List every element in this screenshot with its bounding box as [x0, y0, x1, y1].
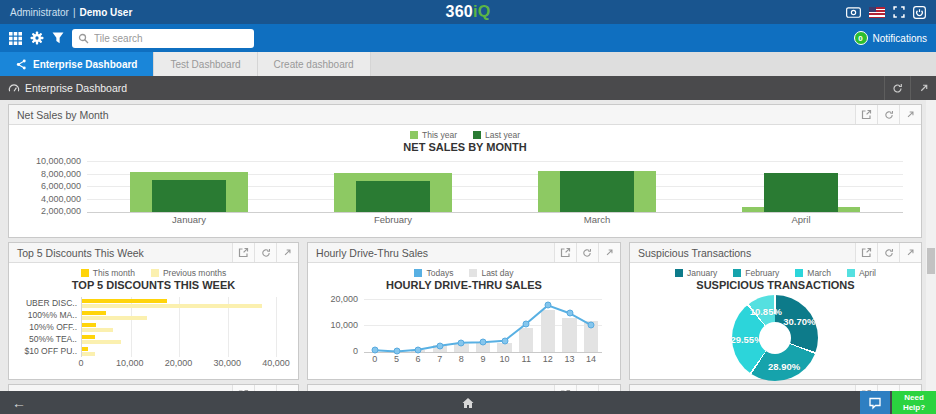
- us-flag-icon[interactable]: [869, 7, 885, 18]
- home-icon[interactable]: [462, 397, 475, 409]
- x-tick-label: January: [87, 214, 291, 227]
- fullscreen-icon[interactable]: [893, 6, 905, 18]
- x-tick-label: 13: [559, 354, 581, 366]
- filter-icon[interactable]: [52, 32, 64, 44]
- expand-icon[interactable]: [910, 76, 936, 100]
- page-title: Enterprise Dashboard: [25, 82, 127, 94]
- x-tick-label: 10,000: [116, 358, 144, 368]
- tab-create-dashboard[interactable]: Create dashboard: [258, 52, 371, 76]
- tab-enterprise-dashboard[interactable]: Enterprise Dashboard: [0, 52, 154, 76]
- back-arrow-icon[interactable]: ←: [12, 396, 26, 410]
- open-in-new-icon[interactable]: [554, 243, 576, 262]
- expand-icon[interactable]: [899, 243, 921, 262]
- legend-swatch: [469, 269, 477, 277]
- legend-swatch: [733, 269, 741, 277]
- expand-icon[interactable]: [899, 105, 921, 124]
- donut-hole: [759, 322, 791, 354]
- refresh-icon[interactable]: [877, 243, 899, 262]
- notifications-label: Notifications: [873, 33, 927, 44]
- expand-icon[interactable]: [276, 243, 298, 262]
- open-in-new-icon[interactable]: [855, 105, 877, 124]
- legend-swatch: [414, 269, 422, 277]
- bar-group-march: [495, 159, 699, 212]
- y-tick-label: 10,000: [320, 320, 358, 330]
- panel-actions: [855, 243, 921, 262]
- notifications-button[interactable]: 0 Notifications: [854, 31, 927, 45]
- topbar-icon-group: [846, 6, 926, 19]
- dashboard-tabbar: Enterprise DashboardTest DashboardCreate…: [0, 52, 936, 76]
- panel-hourly-drive-thru-sales: Hourly Drive-Thru SalesTodaysLast dayHOU…: [307, 242, 621, 380]
- tile-search-input[interactable]: [94, 33, 248, 44]
- panel-header: Suspicious Transactions: [630, 243, 921, 263]
- panel-body: JanuaryFebruaryMarchAprilSUSPICIOUS TRAN…: [630, 263, 921, 379]
- notifications-count-badge: 0: [854, 31, 868, 45]
- page-header-actions: [884, 76, 936, 100]
- tile-search-box: [72, 29, 254, 48]
- slice-label-april: 10.85%: [750, 305, 782, 316]
- legend-swatch: [151, 269, 159, 277]
- panel-title: Net Sales by Month: [17, 109, 109, 121]
- tab-label: Create dashboard: [274, 59, 354, 70]
- help-line2: Help?: [903, 403, 925, 413]
- grid-icon[interactable]: [9, 32, 22, 45]
- refresh-icon[interactable]: [576, 243, 598, 262]
- line-marker: [566, 310, 573, 317]
- legend-item-todays: Todays: [414, 268, 453, 278]
- legend-swatch: [410, 131, 418, 139]
- category-label: 50%% TEA..: [18, 333, 77, 345]
- vertical-scrollbar[interactable]: [926, 100, 936, 391]
- chart-legend: TodaysLast day: [316, 266, 612, 279]
- bar-previous-months: [82, 352, 95, 357]
- bar-last-year: [152, 180, 225, 212]
- logo-prefix: 360: [445, 3, 473, 20]
- refresh-icon[interactable]: [254, 243, 276, 262]
- legend-item-last-day: Last day: [469, 268, 513, 278]
- bar-this-month: [82, 311, 106, 316]
- panel-customer-count-this-quarter: Customer Count This Quarter: [629, 384, 922, 391]
- bar-groups: [87, 159, 903, 212]
- gear-icon[interactable]: [30, 31, 44, 45]
- panel-top-5-discounts-this-week: Top 5 Discounts This WeekThis monthPrevi…: [8, 242, 299, 380]
- refresh-icon[interactable]: [884, 76, 910, 100]
- line-marker: [480, 339, 487, 346]
- legend-item-january: January: [675, 268, 717, 278]
- plot-area: UBER DISC..100%% MA..10%% OFF..50%% TEA.…: [81, 297, 276, 357]
- line-marker: [436, 342, 443, 349]
- x-tick-label: February: [291, 214, 495, 227]
- chart-legend: JanuaryFebruaryMarchApril: [638, 266, 913, 279]
- chat-icon[interactable]: [860, 391, 890, 414]
- brand-logo: 360iQ: [445, 3, 490, 21]
- logo-suffix: iQ: [473, 3, 491, 20]
- line-marker: [523, 320, 530, 327]
- y-tick-label: 2,000,000: [21, 206, 81, 216]
- panel-suspicious-transactions: Suspicious TransactionsJanuaryFebruaryMa…: [629, 242, 922, 380]
- panel-body: TodaysLast dayHOURLY DRIVE-THRU SALES010…: [308, 263, 620, 379]
- x-tick-label: 10: [494, 354, 516, 366]
- bar-group-april: [699, 159, 903, 212]
- need-help-button[interactable]: Need Help?: [892, 391, 936, 414]
- panel-row-1: Net Sales by MonthThis yearLast yearNET …: [8, 104, 922, 238]
- open-in-new-icon[interactable]: [232, 243, 254, 262]
- refresh-icon[interactable]: [877, 105, 899, 124]
- panel-title: Top 5 Discounts This Week: [17, 247, 144, 259]
- chart-title: SUSPICIOUS TRANSACTIONS: [638, 279, 913, 294]
- tab-test-dashboard[interactable]: Test Dashboard: [154, 52, 257, 76]
- banknote-icon[interactable]: [846, 7, 861, 18]
- bar-last-year: [356, 181, 429, 212]
- scrollbar-thumb[interactable]: [927, 248, 935, 274]
- panel-title: Suspicious Transactions: [638, 247, 751, 259]
- open-in-new-icon[interactable]: [855, 243, 877, 262]
- dashboard-gauge-icon: [8, 82, 20, 94]
- x-tick-label: April: [699, 214, 903, 227]
- panel-net-sales-by-month: Net Sales by MonthThis yearLast yearNET …: [8, 104, 922, 238]
- power-icon[interactable]: [913, 6, 926, 19]
- expand-icon[interactable]: [598, 243, 620, 262]
- legend-swatch: [675, 269, 683, 277]
- gridline: [276, 297, 277, 357]
- bar-last-year: [764, 173, 837, 212]
- flag-canton: [869, 7, 876, 13]
- user-info[interactable]: Administrator | Demo User: [10, 7, 132, 18]
- x-axis-labels: 010,00020,00030,00040,000: [81, 358, 276, 370]
- x-tick-label: 0: [364, 354, 386, 366]
- x-axis-labels: 0567891011121314: [364, 354, 602, 366]
